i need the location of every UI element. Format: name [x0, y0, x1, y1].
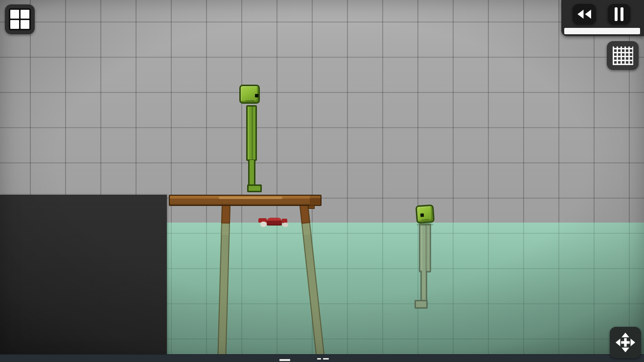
red-floating-item[interactable]	[258, 217, 289, 228]
table-top-highlight	[219, 197, 282, 199]
red-item-body	[267, 218, 282, 226]
melon-torso[interactable]	[419, 224, 431, 272]
table-top-right-cap	[310, 196, 321, 205]
red-item-right-claw	[282, 223, 288, 227]
pause-button[interactable]	[608, 4, 630, 24]
rewind-icon	[576, 8, 593, 20]
clipped-text-fragment	[279, 359, 290, 361]
melon-head[interactable]	[239, 85, 260, 104]
grid-mesh-icon	[613, 46, 633, 65]
melon-mouth	[246, 100, 254, 101]
game-viewport	[0, 0, 644, 362]
bottom-caption-bar	[0, 354, 644, 362]
melon-leg[interactable]	[420, 271, 427, 303]
clipped-text-fragment	[317, 358, 321, 360]
melon-foot[interactable]	[247, 184, 262, 192]
melon-torso[interactable]	[246, 105, 257, 161]
melon-head[interactable]	[415, 204, 435, 224]
move-arrows-icon	[615, 332, 636, 353]
red-item-left-claw	[260, 222, 267, 227]
dark-platform-block[interactable]	[0, 195, 167, 358]
melon-eye	[255, 94, 258, 97]
timeline-slider[interactable]	[564, 28, 640, 34]
grid-toggle-button[interactable]	[607, 41, 639, 70]
rewind-button[interactable]	[573, 4, 596, 24]
pan-tool-button[interactable]	[610, 327, 641, 358]
pause-icon	[614, 7, 624, 21]
clipped-text-fragment	[323, 358, 329, 360]
melon-ragdoll-floating[interactable]	[414, 204, 438, 316]
melon-mouth	[421, 219, 429, 220]
table-bracket	[308, 205, 315, 209]
water-reflection	[416, 223, 434, 226]
melon-leg[interactable]	[248, 160, 255, 187]
melon-foot[interactable]	[414, 300, 428, 309]
melon-eye	[420, 213, 424, 217]
menu-button[interactable]	[5, 4, 35, 34]
window-menu-icon	[9, 8, 31, 30]
wooden-table-top[interactable]	[169, 195, 322, 206]
playback-panel	[561, 0, 644, 36]
melon-ragdoll-standing[interactable]	[238, 84, 266, 193]
